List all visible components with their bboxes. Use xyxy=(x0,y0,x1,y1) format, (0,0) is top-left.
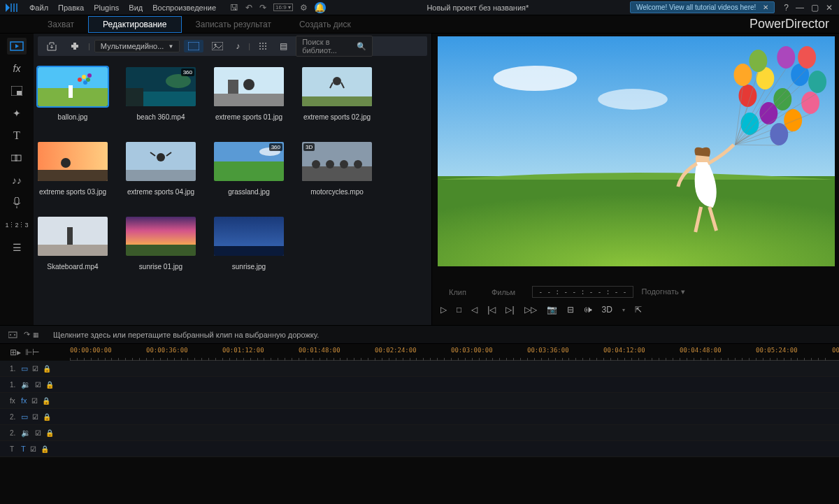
step-fwd-icon[interactable]: ▷| xyxy=(505,305,514,315)
track-lock-icon[interactable]: 🔒 xyxy=(41,445,49,453)
mode-edit[interactable]: Редактирование xyxy=(88,16,181,33)
fx-room-icon[interactable]: fx xyxy=(7,60,27,77)
stop-icon[interactable]: □ xyxy=(457,305,461,315)
menu-edit[interactable]: Правка xyxy=(58,3,84,12)
media-thumb[interactable]: sunrise 01.jpg xyxy=(126,217,196,271)
brand-label: PowerDirector xyxy=(750,17,829,31)
snapshot-icon[interactable]: 📷 xyxy=(547,305,557,315)
track-header[interactable]: fx fx ☑ 🔒 xyxy=(0,396,70,405)
menu-plugins[interactable]: Plugins xyxy=(94,3,119,12)
pip-room-icon[interactable] xyxy=(7,82,27,99)
prev-frame-icon[interactable]: ◁ xyxy=(471,305,478,315)
voice-room-icon[interactable] xyxy=(7,194,27,211)
title-room-icon[interactable]: T xyxy=(7,127,27,144)
preview-viewport[interactable] xyxy=(438,36,835,266)
media-thumb[interactable]: ballon.jpg xyxy=(38,67,108,121)
maximize-icon[interactable]: ▢ xyxy=(809,3,821,13)
welcome-banner[interactable]: Welcome! View all tutorial videos here!✕ xyxy=(630,1,775,13)
redo-icon[interactable]: ↷ xyxy=(259,3,266,13)
preview-timecode[interactable]: - - : - - : - - : - - xyxy=(532,286,633,298)
track-header[interactable]: 2. 🔉 ☑ 🔒 xyxy=(0,429,70,438)
timeline-mode-icon[interactable]: ↷▦ xyxy=(8,330,39,339)
media-thumb[interactable]: Skateboard.mp4 xyxy=(38,217,108,271)
media-thumb[interactable]: extreme sports 01.jpg xyxy=(214,67,284,121)
media-thumb[interactable]: 360grassland.jpg xyxy=(214,142,284,196)
timeline-track[interactable]: 2. 🔉 ☑ 🔒 xyxy=(0,425,839,441)
media-room-icon[interactable] xyxy=(7,38,27,55)
minimize-icon[interactable]: — xyxy=(794,3,806,13)
menu-playback[interactable]: Воспроизведение xyxy=(152,3,216,12)
close-icon[interactable]: ✕ xyxy=(824,3,835,13)
mode-capture[interactable]: Захват xyxy=(34,17,88,32)
view-grid-icon[interactable] xyxy=(254,40,271,52)
svg-point-86 xyxy=(808,71,826,93)
volume-icon[interactable]: 🕪 xyxy=(584,305,592,315)
track-header[interactable]: 1. 🔉 ☑ 🔒 xyxy=(0,380,70,389)
track-lock-icon[interactable]: 🔒 xyxy=(45,429,54,437)
media-thumb[interactable]: 3Dmotorcycles.mpo xyxy=(302,142,372,196)
track-lock-icon[interactable]: 🔒 xyxy=(43,413,51,421)
track-visible-checkbox[interactable]: ☑ xyxy=(32,365,38,373)
ruler-tick: 00:01:48:00 xyxy=(299,347,340,354)
subtitle-room-icon[interactable]: ☰ xyxy=(7,239,27,256)
help-icon[interactable]: ? xyxy=(782,3,791,13)
mode-disc[interactable]: Создать диск xyxy=(285,17,365,32)
track-visible-checkbox[interactable]: ☑ xyxy=(31,397,38,405)
media-thumb[interactable]: 360beach 360.mp4 xyxy=(126,67,196,121)
timeline-view1-icon[interactable]: ⊞▸ xyxy=(10,347,21,357)
track-lock-icon[interactable]: 🔒 xyxy=(43,365,51,373)
timeline-track[interactable]: 1. 🔉 ☑ 🔒 xyxy=(0,377,839,393)
svg-point-88 xyxy=(734,64,752,86)
track-header[interactable]: T T ☑ 🔒 xyxy=(0,445,70,453)
timeline-view2-icon[interactable]: ⊩⊢ xyxy=(25,347,39,357)
undo-icon[interactable]: ↶ xyxy=(245,3,252,13)
transition-room-icon[interactable] xyxy=(7,150,27,166)
track-visible-checkbox[interactable]: ☑ xyxy=(35,381,41,389)
mode-export[interactable]: Записать результат xyxy=(182,17,285,32)
preview-fit-dropdown[interactable]: Подогнать ▾ xyxy=(642,287,685,296)
chapter-room-icon[interactable]: 1⋮2⋮3 xyxy=(7,217,27,233)
filter-image-icon[interactable] xyxy=(208,40,227,52)
timeline-track[interactable]: T T ☑ 🔒 xyxy=(0,441,839,457)
track-visible-checkbox[interactable]: ☑ xyxy=(30,445,36,453)
timeline-track[interactable]: 1. ▭ ☑ 🔒 xyxy=(0,361,839,377)
track-lock-icon[interactable]: 🔒 xyxy=(42,397,50,405)
media-thumb[interactable]: extreme sports 03.jpg xyxy=(38,142,108,196)
save-icon[interactable]: 🖫 xyxy=(230,3,238,13)
quality-icon[interactable]: ⊟ xyxy=(567,305,574,315)
media-thumb[interactable]: sunrise.jpg xyxy=(214,217,284,271)
3d-toggle[interactable]: 3D xyxy=(602,305,612,315)
filter-all-icon[interactable] xyxy=(184,40,203,52)
search-input[interactable]: Поиск в библиот...🔍 xyxy=(296,36,373,57)
plugin-icon[interactable] xyxy=(66,39,84,53)
aspect-ratio-icon[interactable]: 16:9 ▾ xyxy=(273,3,293,11)
play-icon[interactable]: ▷ xyxy=(440,305,447,315)
track-header[interactable]: 1. ▭ ☑ 🔒 xyxy=(0,364,70,373)
timeline-track[interactable]: 2. ▭ ☑ 🔒 xyxy=(0,409,839,425)
track-header[interactable]: 2. ▭ ☑ 🔒 xyxy=(0,412,70,422)
track-visible-checkbox[interactable]: ☑ xyxy=(35,429,41,437)
preview-scrubber[interactable] xyxy=(438,273,835,280)
import-media-icon[interactable] xyxy=(42,39,62,53)
settings-icon[interactable]: ⚙ xyxy=(300,3,308,13)
close-welcome-icon[interactable]: ✕ xyxy=(763,3,768,11)
filter-audio-icon[interactable]: ♪ xyxy=(231,39,244,53)
preview-tab-clip[interactable]: Клип xyxy=(440,287,475,298)
menu-view[interactable]: Вид xyxy=(129,3,143,12)
media-thumb[interactable]: extreme sports 02.jpg xyxy=(302,67,372,121)
menu-file[interactable]: Файл xyxy=(29,3,48,12)
timeline-track[interactable]: fx fx ☑ 🔒 xyxy=(0,393,839,409)
track-visible-checkbox[interactable]: ☑ xyxy=(32,413,38,421)
media-thumb[interactable]: extreme sports 04.jpg xyxy=(126,142,196,196)
media-filter-dropdown[interactable]: Мультимедийно...▼ xyxy=(94,40,180,52)
view-list-icon[interactable]: ▤ xyxy=(275,39,292,53)
track-lock-icon[interactable]: 🔒 xyxy=(45,381,54,389)
preview-tab-film[interactable]: Фильм xyxy=(483,287,524,298)
timeline-ruler[interactable]: 00:00:00:0000:00:36:0000:01:12:0000:01:4… xyxy=(70,344,839,361)
step-back-icon[interactable]: |◁ xyxy=(487,305,496,315)
undock-icon[interactable]: ⇱ xyxy=(635,305,642,315)
notifications-icon[interactable]: 🔔 xyxy=(315,2,326,13)
next-frame-icon[interactable]: ▷▷ xyxy=(524,305,537,315)
particle-room-icon[interactable]: ✦ xyxy=(7,105,27,122)
audio-room-icon[interactable]: ♪♪ xyxy=(7,172,27,189)
